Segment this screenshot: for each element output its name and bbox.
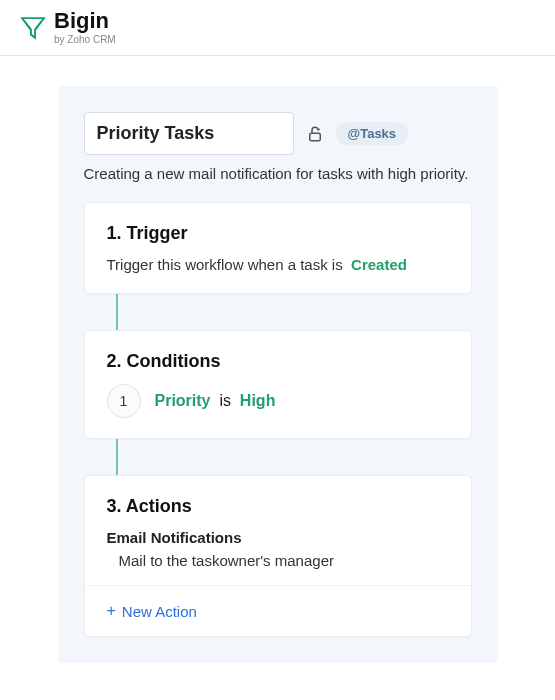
title-row: @Tasks bbox=[84, 112, 472, 155]
trigger-body: Trigger this workflow when a task is Cre… bbox=[107, 256, 449, 273]
brand-title: Bigin bbox=[54, 10, 116, 32]
action-item[interactable]: Mail to the taskowner's manager bbox=[107, 552, 449, 569]
svg-rect-0 bbox=[309, 133, 320, 141]
trigger-card[interactable]: 1. Trigger Trigger this workflow when a … bbox=[84, 202, 472, 294]
module-tag[interactable]: @Tasks bbox=[336, 122, 409, 145]
actions-section-label: Email Notifications bbox=[107, 529, 449, 546]
plus-icon: + bbox=[107, 602, 116, 620]
conditions-card[interactable]: 2. Conditions 1 Priority is High bbox=[84, 330, 472, 439]
bigin-logo-icon bbox=[20, 15, 46, 41]
unlock-icon[interactable] bbox=[306, 125, 324, 143]
actions-heading: 3. Actions bbox=[107, 496, 449, 517]
trigger-event[interactable]: Created bbox=[351, 256, 407, 273]
condition-op: is bbox=[219, 392, 231, 409]
brand-text: Bigin by Zoho CRM bbox=[54, 10, 116, 45]
new-action-row: + New Action bbox=[85, 585, 471, 636]
brand-tagline: by Zoho CRM bbox=[54, 34, 116, 45]
workflow-title-input[interactable] bbox=[84, 112, 294, 155]
workflow-description: Creating a new mail notification for tas… bbox=[84, 165, 472, 182]
trigger-prefix: Trigger this workflow when a task is bbox=[107, 256, 343, 273]
connector-line bbox=[116, 439, 118, 475]
condition-value[interactable]: High bbox=[240, 392, 276, 409]
condition-field[interactable]: Priority bbox=[155, 392, 211, 409]
condition-row: 1 Priority is High bbox=[107, 384, 449, 418]
new-action-label: New Action bbox=[122, 603, 197, 620]
condition-expression: Priority is High bbox=[155, 392, 276, 410]
workflow-builder-panel: @Tasks Creating a new mail notification … bbox=[58, 86, 498, 663]
new-action-button[interactable]: + New Action bbox=[107, 602, 197, 620]
app-header: Bigin by Zoho CRM bbox=[0, 0, 555, 56]
actions-card[interactable]: 3. Actions Email Notifications Mail to t… bbox=[84, 475, 472, 637]
condition-index-badge: 1 bbox=[107, 384, 141, 418]
connector-line bbox=[116, 294, 118, 330]
trigger-heading: 1. Trigger bbox=[107, 223, 449, 244]
conditions-heading: 2. Conditions bbox=[107, 351, 449, 372]
